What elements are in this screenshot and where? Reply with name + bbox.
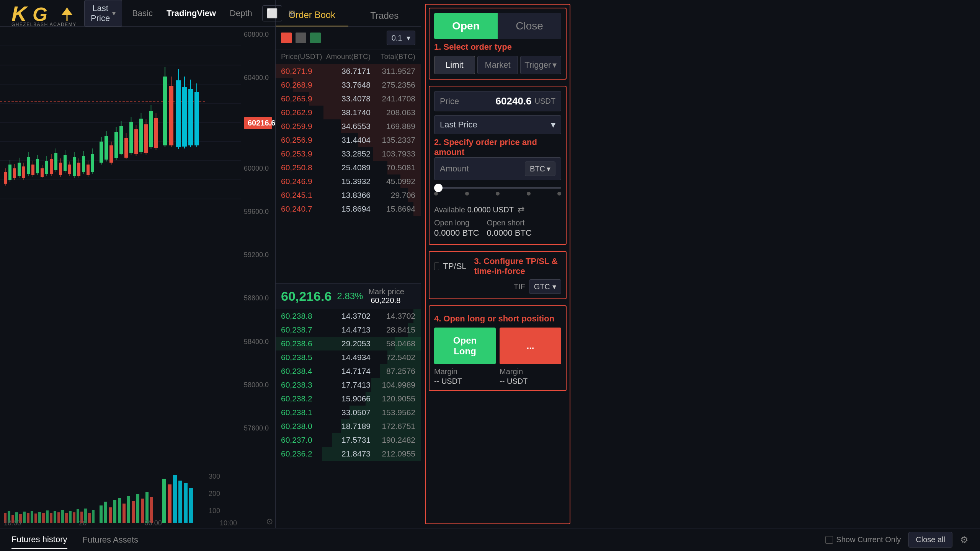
tpsl-section: TP/SL 3. Configure TP/SL & time-in-force… bbox=[429, 251, 567, 299]
col-amount-header: Amount(BTC) bbox=[326, 52, 371, 61]
ask-row[interactable]: 60,240.7 15.8694 15.8694 bbox=[276, 202, 421, 216]
orderbook-tabs: Order Book Trades bbox=[276, 0, 421, 27]
svg-text:300: 300 bbox=[209, 473, 220, 480]
settings-icon[interactable]: ⚙ bbox=[960, 535, 969, 545]
price-level: 58800.0 bbox=[244, 294, 272, 302]
bid-row[interactable]: 60,238.3 17.7413 104.9989 bbox=[276, 378, 421, 392]
time-label: 10:00 bbox=[220, 519, 237, 527]
price-level: 60800.0 bbox=[244, 31, 272, 39]
bid-row[interactable]: 60,238.6 29.2053 58.0468 bbox=[276, 337, 421, 350]
chart-controls: Last Price ▾ Basic TradingView Depth ⬜ ⊞ bbox=[84, 0, 295, 27]
positions-row: Open long 0.0000 BTC Open short 0.0000 B… bbox=[434, 217, 561, 240]
ask-row[interactable]: 60,246.9 15.3932 45.0992 bbox=[276, 174, 421, 188]
filter-gray-icon[interactable] bbox=[296, 33, 306, 43]
bid-row[interactable]: 60,236.2 21.8473 212.0955 bbox=[276, 447, 421, 461]
bid-row[interactable]: 60,238.2 15.9066 120.9055 bbox=[276, 392, 421, 406]
mark-price: Mark price 60,220.8 bbox=[368, 287, 415, 305]
ask-row[interactable]: 60,262.9 38.1740 208.063 bbox=[276, 106, 421, 119]
last-price-select-label: Last Price bbox=[440, 120, 551, 130]
slider-dot-100[interactable] bbox=[557, 192, 561, 196]
market-button[interactable]: Market bbox=[477, 56, 518, 74]
open-btns-row: Open Long ... bbox=[434, 328, 561, 364]
filter-size-select[interactable]: 0.1 ▾ bbox=[387, 31, 415, 45]
ask-row[interactable]: 60,256.9 31.4404 135.2337 bbox=[276, 133, 421, 147]
bid-row[interactable]: 60,238.0 18.7189 172.6751 bbox=[276, 419, 421, 433]
chevron-down-icon: ▾ bbox=[112, 9, 116, 18]
filter-chevron-icon: ▾ bbox=[407, 34, 410, 42]
close-all-button[interactable]: Close all bbox=[908, 532, 952, 548]
bid-row[interactable]: 60,238.8 14.3702 14.3702 bbox=[276, 309, 421, 323]
slider-dot-0[interactable] bbox=[434, 192, 438, 196]
open-long-pos: Open long 0.0000 BTC bbox=[434, 218, 479, 238]
price-input-row[interactable]: Price 60240.6 USDT bbox=[434, 91, 561, 111]
show-current-check-box[interactable] bbox=[825, 536, 833, 544]
show-current-label: Show Current Only bbox=[836, 535, 901, 544]
order-type-section: Open Close 1. Select order type Limit Ma… bbox=[429, 8, 567, 80]
bottom-right-controls: Show Current Only Close all ⚙ bbox=[825, 532, 969, 548]
slider-dot-50[interactable] bbox=[496, 192, 500, 196]
logo: K G GHEZELBASH ACADEMY bbox=[8, 0, 77, 27]
mid-price-change: 2.83% bbox=[337, 291, 363, 302]
tif-chevron-icon: ▾ bbox=[552, 282, 556, 291]
bid-row[interactable]: 60,238.5 14.4934 72.5402 bbox=[276, 350, 421, 364]
slider-dot-75[interactable] bbox=[527, 192, 531, 196]
expand-chart-button[interactable]: ⬜ bbox=[262, 5, 282, 21]
price-value: 60240.6 bbox=[496, 95, 532, 107]
trigger-button[interactable]: Trigger ▾ bbox=[520, 56, 561, 74]
balance-transfer-icon[interactable]: ⇄ bbox=[518, 205, 524, 215]
bid-row[interactable]: 60,238.4 14.7174 87.2576 bbox=[276, 364, 421, 378]
svg-text:GHEZELBASH ACADEMY: GHEZELBASH ACADEMY bbox=[11, 22, 77, 27]
chart-fullscreen-icon[interactable]: ⊞ bbox=[288, 8, 295, 18]
close-button[interactable]: Close bbox=[498, 13, 561, 39]
orderbook-panel: Order Book Trades 0.1 ▾ Price(USDT) Amou… bbox=[276, 0, 421, 528]
bid-row[interactable]: 60,237.0 17.5731 190.2482 bbox=[276, 433, 421, 447]
svg-rect-130 bbox=[178, 481, 182, 523]
margins-row: Margin -- USDT Margin -- USDT bbox=[434, 367, 561, 386]
last-price-select[interactable]: Last Price ▾ bbox=[434, 115, 561, 134]
basic-button[interactable]: Basic bbox=[128, 7, 157, 20]
select-chevron-icon: ▾ bbox=[551, 119, 555, 130]
amount-input-row[interactable]: Amount BTC ▾ bbox=[434, 157, 561, 180]
tif-select[interactable]: GTC ▾ bbox=[529, 279, 561, 294]
ask-row[interactable]: 60,250.8 25.4089 70.5081 bbox=[276, 161, 421, 174]
tab-futures-history[interactable]: Futures history bbox=[11, 531, 67, 549]
ask-row[interactable]: 60,253.9 33.2852 103.7933 bbox=[276, 147, 421, 161]
tif-label: TIF bbox=[514, 282, 525, 291]
ask-row[interactable]: 60,268.9 33.7648 275.2356 bbox=[276, 78, 421, 92]
price-level: 58400.0 bbox=[244, 338, 272, 346]
limit-button[interactable]: Limit bbox=[434, 56, 475, 74]
short-margin: Margin -- USDT bbox=[500, 367, 561, 386]
depth-button[interactable]: Depth bbox=[226, 7, 256, 20]
ask-row[interactable]: 60,259.9 34.6553 169.889 bbox=[276, 119, 421, 133]
chart-header: K G GHEZELBASH ACADEMY Last Price ▾ Bas bbox=[0, 0, 275, 27]
last-price-button[interactable]: Last Price ▾ bbox=[84, 0, 122, 27]
chart-time-icon[interactable]: ⊙ bbox=[266, 516, 273, 527]
open-long-button[interactable]: Open Long bbox=[434, 328, 496, 364]
open-button[interactable]: Open bbox=[434, 13, 498, 39]
amount-slider[interactable] bbox=[434, 184, 561, 199]
ask-row[interactable]: 60,271.9 36.7171 311.9527 bbox=[276, 64, 421, 78]
ob-asks: 60,271.9 36.7171 311.9527 60,268.9 33.76… bbox=[276, 64, 421, 283]
amount-label: Amount bbox=[440, 164, 525, 174]
ob-filters: 0.1 ▾ bbox=[276, 27, 421, 49]
tpsl-label: TP/SL bbox=[443, 261, 466, 271]
step2-label: 2. Specify order price and amount bbox=[434, 137, 561, 157]
candlestick-chart bbox=[0, 27, 241, 230]
slider-dot-25[interactable] bbox=[465, 192, 469, 196]
trigger-chevron-icon: ▾ bbox=[552, 60, 557, 70]
tab-futures-assets[interactable]: Futures Assets bbox=[83, 531, 139, 549]
bid-row[interactable]: 60,238.7 14.4713 28.8415 bbox=[276, 323, 421, 337]
tpsl-checkbox[interactable] bbox=[434, 262, 439, 270]
ask-row[interactable]: 60,265.9 33.4078 241.4708 bbox=[276, 92, 421, 106]
tab-trades[interactable]: Trades bbox=[348, 5, 421, 26]
open-short-button[interactable]: ... bbox=[500, 328, 561, 364]
filter-green-icon[interactable] bbox=[310, 33, 321, 43]
bid-row[interactable]: 60,238.1 33.0507 153.9562 bbox=[276, 406, 421, 419]
amount-unit-button[interactable]: BTC ▾ bbox=[525, 161, 555, 176]
ask-row[interactable]: 60,245.1 13.8366 29.706 bbox=[276, 188, 421, 202]
show-current-checkbox[interactable]: Show Current Only bbox=[825, 535, 901, 544]
ob-mid-price: 60,216.6 2.83% Mark price 60,220.8 bbox=[276, 283, 421, 309]
tradingview-button[interactable]: TradingView bbox=[163, 7, 220, 20]
filter-red-icon[interactable] bbox=[281, 33, 292, 43]
price-level: 60000.0 bbox=[244, 165, 272, 173]
